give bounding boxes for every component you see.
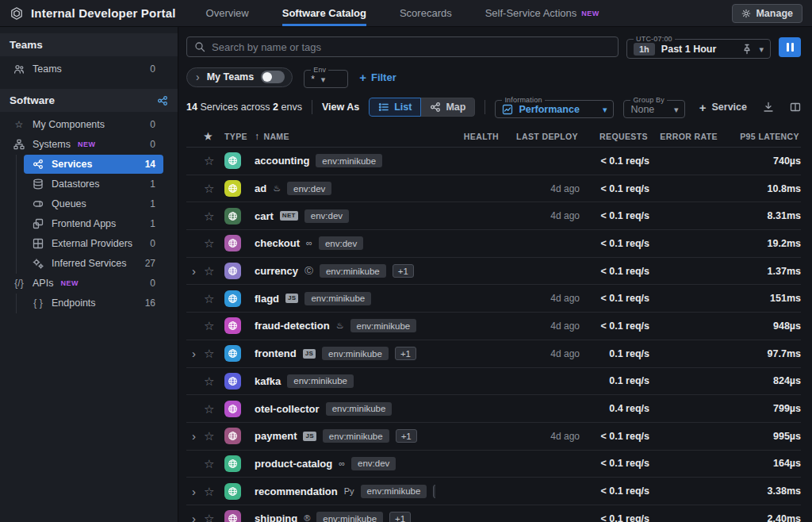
favorite-star-icon[interactable]: ☆ — [204, 237, 224, 249]
sidebar-item[interactable]: { } Endpoints 16 — [24, 294, 163, 313]
service-name[interactable]: fraud-detection — [255, 320, 330, 332]
sidebar-item[interactable]: Inferred Services 27 — [24, 254, 163, 273]
table-row[interactable]: ☆ fraud-detection ♨ env:minikube 4d ago … — [186, 313, 801, 340]
sidebar-item[interactable]: External Providers 0 — [24, 234, 163, 253]
favorite-star-icon[interactable]: ☆ — [204, 486, 224, 497]
table-row[interactable]: ☆ ad ♨ env:dev 4d ago < 0.1 req/s 10.8ms — [186, 175, 801, 203]
service-name[interactable]: frontend — [255, 347, 297, 359]
extra-tags-badge[interactable]: +1 — [389, 512, 411, 522]
column-header-requests[interactable]: REQUESTS — [578, 132, 648, 141]
nav-tab[interactable]: Scorecards — [400, 0, 452, 26]
nav-tab[interactable]: Software Catalog — [282, 0, 366, 26]
service-name[interactable]: payment — [255, 430, 297, 442]
env-tag[interactable]: env:minikube — [287, 374, 354, 388]
service-name[interactable]: flagd — [255, 293, 279, 305]
env-tag[interactable]: env:minikube — [320, 264, 386, 278]
env-tag[interactable]: env:minikube — [304, 292, 371, 305]
table-row[interactable]: › ☆ payment JS env:minikube +1 4d ago < … — [186, 423, 801, 451]
pause-button[interactable] — [779, 37, 801, 57]
sidebar-item[interactable]: Datastores 1 — [24, 175, 163, 194]
column-header-health[interactable]: HEALTH — [434, 132, 499, 141]
table-row[interactable]: ☆ cart NET env:dev 4d ago < 0.1 req/s 8.… — [186, 202, 801, 230]
table-row[interactable]: ☆ checkout ∞ env:dev < 0.1 req/s 19.2ms — [186, 230, 801, 258]
favorite-star-icon[interactable]: ☆ — [204, 430, 224, 442]
env-tag[interactable]: env:minikube — [322, 347, 389, 360]
column-header-name[interactable]: ↑ NAME — [255, 131, 434, 142]
expand-chevron-icon[interactable]: › — [192, 485, 196, 498]
env-tag[interactable]: env:dev — [287, 182, 331, 195]
extra-tags-badge[interactable]: +1 — [396, 429, 417, 443]
view-map-button[interactable]: Map — [421, 98, 475, 117]
expand-chevron-icon[interactable]: › — [192, 429, 196, 443]
favorite-star-icon[interactable]: ☆ — [204, 347, 224, 359]
add-service-button[interactable]: + Service — [699, 101, 747, 114]
favorite-star-icon[interactable]: ☆ — [204, 320, 224, 332]
env-tag[interactable]: env:minikube — [316, 154, 382, 167]
time-range-picker[interactable]: UTC-07:00 1h Past 1 Hour ▾ — [626, 35, 771, 59]
service-name[interactable]: product-catalog — [255, 458, 332, 470]
column-header-p95-latency[interactable]: P95 LATENCY — [718, 132, 799, 141]
table-row[interactable]: ☆ kafka env:minikube 0.1 req/s 824µs — [186, 368, 801, 396]
software-settings-icon[interactable] — [157, 95, 168, 106]
sidebar-item[interactable]: Frontend Apps 1 — [24, 214, 163, 233]
service-name[interactable]: shipping — [255, 512, 297, 522]
pin-icon[interactable] — [741, 44, 753, 55]
service-name[interactable]: otel-collector — [255, 403, 320, 415]
group-by-dropdown[interactable]: Group By None ▾ — [623, 96, 685, 118]
favorite-star-icon[interactable]: ☆ — [204, 403, 224, 415]
env-tag[interactable]: env:minikube — [316, 512, 383, 522]
column-header-error-rate[interactable]: ERROR RATE — [648, 132, 718, 141]
env-tag[interactable]: env:dev — [304, 209, 349, 223]
search-bar[interactable] — [186, 36, 619, 57]
columns-icon[interactable] — [790, 102, 801, 113]
service-name[interactable]: recommendation — [255, 486, 338, 497]
env-tag[interactable]: env:minikube — [326, 402, 393, 416]
table-row[interactable]: ☆ otel-collector env:minikube 0.4 req/s … — [186, 395, 801, 423]
table-row[interactable]: › ☆ currency Ⓒ env:minikube +1 < 0.1 req… — [186, 258, 801, 286]
service-name[interactable]: kafka — [255, 375, 281, 387]
extra-tags-badge[interactable]: +1 — [433, 485, 435, 498]
env-filter[interactable]: Env * ▾ — [304, 66, 348, 88]
nav-tab[interactable]: Self-Service Actions NEW — [485, 0, 599, 26]
service-name[interactable]: accounting — [255, 155, 309, 167]
service-name[interactable]: ad — [255, 182, 266, 194]
extra-tags-badge[interactable]: +1 — [395, 347, 416, 360]
nav-tab[interactable]: Overview — [206, 0, 249, 26]
expand-chevron-icon[interactable]: › — [192, 512, 196, 522]
table-row[interactable]: › ☆ shipping ® env:minikube +1 < 0.1 req… — [186, 505, 801, 522]
service-name[interactable]: checkout — [255, 237, 300, 249]
column-header-type[interactable]: TYPE — [224, 132, 255, 141]
table-row[interactable]: ☆ flagd JS env:minikube 4d ago < 0.1 req… — [186, 285, 801, 313]
favorite-star-icon[interactable]: ☆ — [204, 210, 224, 222]
table-row[interactable]: ☆ accounting env:minikube < 0.1 req/s 74… — [186, 148, 801, 175]
column-header-last-deploy[interactable]: LAST DEPLOY — [499, 132, 578, 141]
favorite-star-icon[interactable]: ☆ — [204, 155, 224, 167]
table-row[interactable]: › ☆ frontend JS env:minikube +1 4d ago 0… — [186, 340, 801, 368]
table-row[interactable]: ☆ product-catalog ∞ env:dev < 0.1 req/s … — [186, 451, 801, 478]
env-tag[interactable]: env:minikube — [350, 319, 417, 332]
extra-tags-badge[interactable]: +1 — [393, 264, 414, 278]
sidebar-item[interactable]: Systems NEW 0 — [5, 135, 163, 154]
expand-chevron-icon[interactable]: › — [192, 347, 196, 360]
add-filter-button[interactable]: + Filter — [359, 71, 396, 84]
search-input[interactable] — [212, 41, 611, 53]
information-dropdown[interactable]: Information Performance ▾ — [495, 96, 614, 118]
favorite-star-icon[interactable]: ☆ — [204, 265, 224, 277]
env-tag[interactable]: env:minikube — [323, 429, 389, 443]
sidebar-item[interactable]: {/} APIs NEW 0 — [5, 274, 163, 293]
favorite-star-icon[interactable]: ☆ — [204, 458, 224, 470]
manage-button[interactable]: Manage — [732, 4, 802, 23]
my-teams-filter[interactable]: › My Teams — [186, 67, 293, 87]
favorite-star-icon[interactable]: ☆ — [204, 182, 224, 194]
view-list-button[interactable]: List — [369, 98, 421, 117]
favorite-star-icon[interactable]: ☆ — [204, 512, 224, 522]
caret-down-icon[interactable]: ▾ — [759, 44, 764, 55]
table-row[interactable]: › ☆ recommendation Py env:minikube +1 < … — [186, 478, 801, 505]
favorite-star-icon[interactable]: ☆ — [204, 293, 224, 305]
env-tag[interactable]: env:dev — [351, 457, 396, 470]
expand-chevron-icon[interactable]: › — [192, 264, 196, 278]
favorite-star-icon[interactable]: ☆ — [204, 375, 224, 387]
env-tag[interactable]: env:dev — [319, 236, 363, 250]
download-icon[interactable] — [763, 102, 774, 113]
env-tag[interactable]: env:minikube — [361, 485, 427, 498]
